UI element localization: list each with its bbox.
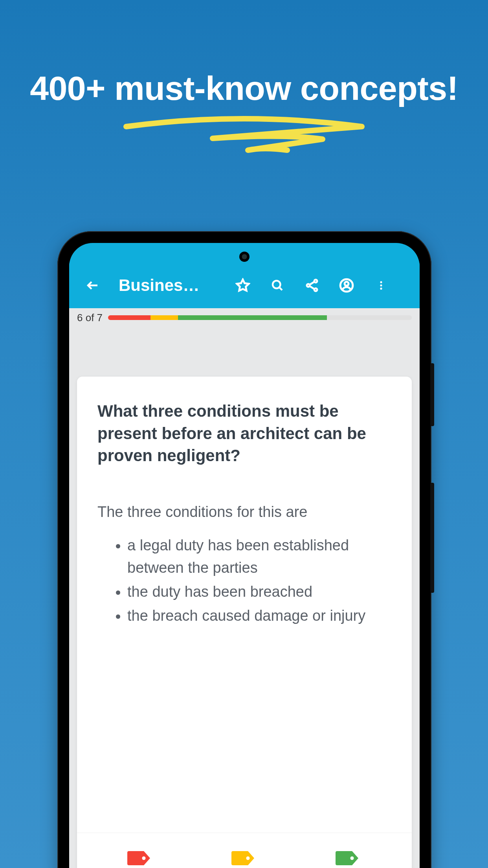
progress-segment-yellow [150, 315, 178, 320]
svg-point-2 [307, 284, 310, 287]
rate-know-button[interactable]: KNOW [305, 849, 392, 868]
svg-point-11 [350, 856, 354, 860]
back-button[interactable] [80, 273, 105, 298]
overflow-menu-button[interactable] [369, 273, 394, 298]
list-item: a legal duty has been established betwee… [127, 534, 391, 579]
search-icon [270, 278, 284, 292]
flashcard[interactable]: What three conditions must be present be… [77, 377, 412, 868]
app-bar: Busines… [69, 263, 420, 308]
rating-footer: DON'T KNOW SOMEWHAT KNOW KNOW [77, 833, 412, 868]
profile-circle-icon [339, 278, 354, 293]
device-screen: Busines… [69, 243, 420, 868]
device-side-button [430, 363, 434, 426]
star-outline-icon [235, 278, 250, 293]
progress-bar [108, 315, 412, 320]
svg-point-1 [314, 280, 317, 282]
svg-point-5 [345, 282, 349, 286]
flashcard-question: What three conditions must be present be… [97, 400, 391, 467]
flashcard-answer-intro: The three conditions for this are [97, 501, 391, 523]
svg-point-7 [380, 284, 382, 286]
flashcard-answer-list: a legal duty has been established betwee… [97, 534, 391, 629]
promo-headline-block: 400+ must-know concepts! [0, 69, 488, 158]
device-frame: Busines… [57, 231, 431, 868]
progress-segment-red [108, 315, 150, 320]
app-body: 6 of 7 What three conditions must be pre… [69, 308, 420, 868]
rate-dont-know-button[interactable]: DON'T KNOW [97, 849, 183, 868]
device-camera-icon [239, 252, 250, 262]
progress-row: 6 of 7 [69, 308, 420, 327]
tag-red-icon [127, 849, 154, 868]
favorite-button[interactable] [230, 273, 255, 298]
svg-point-6 [380, 281, 382, 283]
arrow-left-icon [86, 278, 100, 292]
search-button[interactable] [265, 273, 290, 298]
swoosh-underline-icon [118, 115, 370, 158]
tag-yellow-icon [231, 849, 258, 868]
more-vert-icon [376, 278, 387, 292]
progress-segment-green [178, 315, 327, 320]
rate-somewhat-know-button[interactable]: SOMEWHAT KNOW [200, 849, 288, 868]
share-button[interactable] [299, 273, 325, 298]
list-item: the duty has been breached [127, 581, 391, 603]
svg-point-9 [142, 856, 146, 860]
profile-button[interactable] [334, 273, 359, 298]
svg-point-0 [273, 281, 281, 289]
svg-point-8 [380, 288, 382, 290]
tag-green-icon [335, 849, 362, 868]
list-item: the breach caused damage or injury [127, 605, 391, 627]
promo-headline: 400+ must-know concepts! [0, 69, 488, 108]
share-icon [305, 278, 319, 293]
device-side-button [430, 483, 434, 593]
svg-point-3 [314, 288, 317, 291]
svg-point-10 [246, 856, 250, 860]
appbar-title: Busines… [119, 276, 221, 295]
progress-label: 6 of 7 [77, 312, 103, 324]
